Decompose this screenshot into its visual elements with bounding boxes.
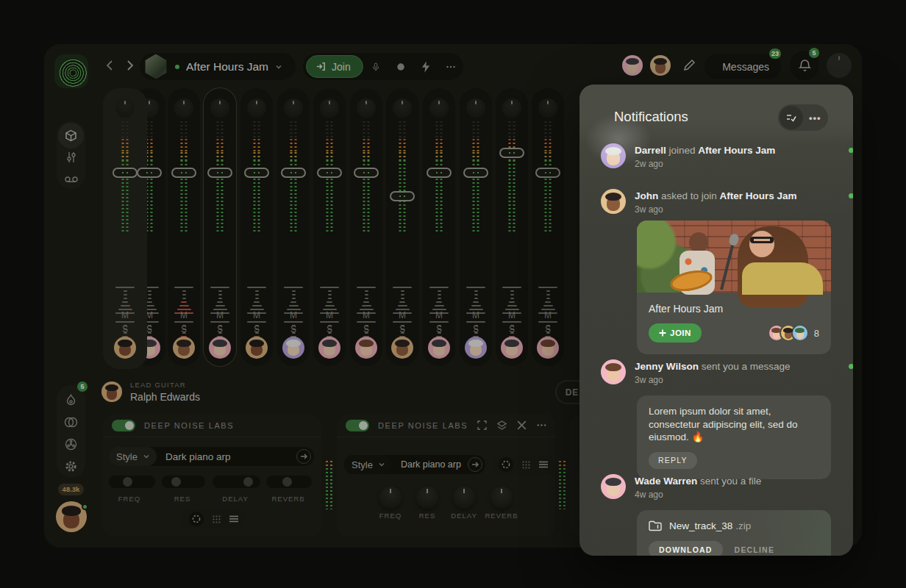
res-slider[interactable] <box>162 476 205 488</box>
messages-button[interactable]: Messages <box>705 54 781 79</box>
channel-strip[interactable]: MS <box>313 88 346 366</box>
mute-button[interactable]: M <box>496 310 528 320</box>
channel-pan-knob[interactable] <box>320 98 339 118</box>
channel-owner-avatar[interactable] <box>209 337 231 359</box>
channel-fader[interactable] <box>463 168 488 178</box>
mute-button[interactable]: M <box>204 310 236 320</box>
mute-button[interactable]: M <box>532 310 564 320</box>
channel-pan-knob[interactable] <box>284 98 303 118</box>
close-icon[interactable] <box>517 420 527 430</box>
join-jam-button[interactable]: JOIN <box>649 323 702 343</box>
preset-name[interactable]: Dark piano arp <box>165 451 231 462</box>
style-dropdown[interactable]: Style <box>109 447 157 466</box>
channel-pan-knob[interactable] <box>538 98 557 118</box>
effect-enable-toggle[interactable] <box>346 420 369 431</box>
channel-owner-avatar[interactable] <box>318 337 340 359</box>
sidebar-item-trending[interactable] <box>57 389 85 411</box>
notifications-more-button[interactable]: ••• <box>809 112 821 123</box>
channel-fader[interactable] <box>244 168 269 178</box>
channel-owner-avatar[interactable] <box>428 337 450 359</box>
channel-fader[interactable] <box>171 168 196 178</box>
layers-icon[interactable] <box>497 420 507 430</box>
list-icon[interactable] <box>539 461 548 468</box>
reply-button[interactable]: REPLY <box>649 452 697 469</box>
mute-button[interactable]: M <box>103 310 147 320</box>
preset-name[interactable]: Dark piano arp <box>401 459 461 470</box>
channel-pan-knob[interactable] <box>247 98 266 118</box>
reverb-slider[interactable] <box>266 476 312 488</box>
edit-icon[interactable] <box>682 59 696 72</box>
channel-fader[interactable] <box>499 148 524 158</box>
mute-button[interactable]: M <box>386 310 418 320</box>
channel-pan-knob[interactable] <box>393 98 412 118</box>
channel-strip[interactable]: MS <box>277 88 310 366</box>
solo-button[interactable]: S <box>277 324 310 334</box>
mark-all-read-button[interactable] <box>780 106 803 129</box>
solo-button[interactable]: S <box>204 324 236 334</box>
record-icon[interactable] <box>396 60 405 74</box>
next-preset-button[interactable] <box>468 457 482 472</box>
collaborator-avatar[interactable] <box>650 55 671 76</box>
solo-button[interactable]: S <box>350 324 382 334</box>
channel-owner-avatar[interactable] <box>246 337 268 359</box>
profile-menu-button[interactable] <box>827 53 852 78</box>
channel-fader[interactable] <box>390 191 415 201</box>
expand-icon[interactable] <box>477 420 487 430</box>
mute-button[interactable]: M <box>423 310 455 320</box>
solo-button[interactable]: S <box>386 324 418 334</box>
solo-button[interactable]: S <box>532 324 564 334</box>
channel-pan-knob[interactable] <box>115 98 135 118</box>
list-icon[interactable] <box>229 515 238 523</box>
channel-strip[interactable]: MS <box>386 88 418 366</box>
channel-pan-knob[interactable] <box>174 98 193 118</box>
channel-strip[interactable]: MS <box>204 88 236 366</box>
channel-strip[interactable]: MS <box>103 88 147 369</box>
channel-fader[interactable] <box>354 168 379 178</box>
sidebar-item-samples[interactable] <box>57 433 85 455</box>
mute-button[interactable]: M <box>240 310 273 320</box>
channel-strip[interactable]: MS <box>423 88 455 366</box>
credits-badge[interactable]: 48.3k <box>58 484 84 495</box>
download-button[interactable]: DOWNLOAD <box>649 541 723 556</box>
channel-owner-avatar[interactable] <box>282 337 304 359</box>
next-preset-button[interactable] <box>296 449 311 464</box>
regenerate-button[interactable] <box>189 512 204 526</box>
reverb-knob[interactable] <box>491 487 513 509</box>
channel-strip[interactable]: MS <box>460 88 492 366</box>
channel-strip[interactable]: MS <box>168 88 200 366</box>
mute-button[interactable]: M <box>350 310 382 320</box>
channel-fader[interactable] <box>317 168 342 178</box>
mute-button[interactable]: M <box>168 310 200 320</box>
channel-owner-avatar[interactable] <box>355 337 377 359</box>
app-logo[interactable] <box>54 54 88 88</box>
channel-owner-avatar[interactable] <box>391 337 413 359</box>
session-selector[interactable]: After Hours Jam <box>140 53 296 80</box>
decline-button[interactable]: DECLINE <box>735 545 775 554</box>
more-options-icon[interactable] <box>446 60 455 74</box>
jam-invite-card[interactable]: After Hours Jam JOIN 8 <box>637 220 831 354</box>
channel-strip[interactable]: MS <box>496 88 528 366</box>
solo-button[interactable]: S <box>313 324 346 334</box>
channel-strip[interactable]: MS <box>532 88 564 366</box>
channel-fader[interactable] <box>113 168 138 178</box>
lightning-icon[interactable] <box>421 60 430 74</box>
solo-button[interactable]: S <box>168 324 200 334</box>
channel-fader[interactable] <box>281 168 306 178</box>
channel-fader[interactable] <box>207 168 232 178</box>
channel-pan-knob[interactable] <box>210 98 229 118</box>
solo-button[interactable]: S <box>460 324 492 334</box>
channel-fader[interactable] <box>535 168 560 178</box>
channel-strip[interactable]: MS <box>350 88 382 366</box>
dot-grid-icon[interactable] <box>213 515 221 523</box>
effect-enable-toggle[interactable] <box>112 420 135 431</box>
solo-button[interactable]: S <box>496 324 528 334</box>
channel-owner-avatar[interactable] <box>114 337 136 359</box>
channel-pan-knob[interactable] <box>429 98 449 118</box>
channel-owner-avatar[interactable] <box>465 337 487 359</box>
style-dropdown[interactable]: Style <box>344 455 392 474</box>
mute-button[interactable]: M <box>313 310 346 320</box>
delay-slider[interactable] <box>213 476 260 488</box>
solo-button[interactable]: S <box>103 324 147 334</box>
mic-icon[interactable] <box>371 60 380 74</box>
dot-grid-icon[interactable] <box>522 461 530 469</box>
